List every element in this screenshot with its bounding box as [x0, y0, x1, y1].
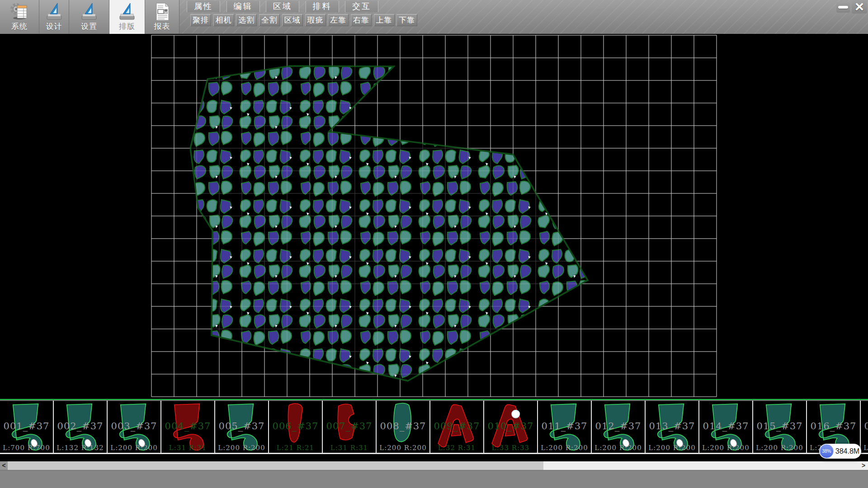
thumbnail-id: 007_#37 [323, 421, 376, 432]
thumbnail-lr-count: L:200 R:200 [646, 444, 698, 452]
thumbnail-id: 015_#37 [753, 421, 806, 432]
thumbnail-id: 011_#37 [538, 421, 591, 432]
tool-button-1[interactable]: 聚排 [190, 14, 211, 26]
thumbnail-lr-count: L:200 R:200 [538, 444, 591, 452]
thumbnail-id: 016_#37 [807, 421, 860, 432]
nav-module-label: 报表 [154, 22, 170, 31]
thumbnail-id: 014_#37 [699, 421, 752, 432]
thumbnail-id: 017_#37 [861, 421, 868, 432]
nav-module-4[interactable]: 排版 [109, 0, 145, 34]
thumbnail-lr-count: L:200 R:200 [592, 444, 645, 452]
status-bar [0, 470, 868, 488]
pattern-thumbnail-4[interactable]: 004_#37L:31 R:31 [161, 401, 214, 453]
nav-module-3[interactable]: 设置 [69, 0, 109, 34]
pattern-thumbnail-3[interactable]: 003_#37L:200 R:200 [108, 401, 160, 453]
nav-module-label: 设置 [81, 22, 97, 31]
menu-tab-2[interactable]: 编辑 [226, 1, 260, 12]
tool-button-10[interactable]: 下靠 [396, 14, 417, 26]
thumbnail-lr-count: L:31 R:31 [161, 444, 214, 452]
tool-button-7[interactable]: 左靠 [328, 14, 349, 26]
memory-value: 384.8M [834, 447, 861, 455]
tool-button-8[interactable]: 右靠 [351, 14, 372, 26]
menu-tab-5[interactable]: 交互 [345, 1, 378, 12]
scroll-left-button[interactable]: < [0, 461, 8, 470]
thumbnail-lr-count: L:200 R:200 [377, 444, 429, 452]
thumbnail-lr-count: L:33 R:33 [484, 444, 537, 452]
tool-button-9[interactable]: 上靠 [374, 14, 395, 26]
set-square-icon [44, 1, 64, 22]
pattern-thumbnail-13[interactable]: 013_#37L:200 R:200 [646, 401, 698, 453]
minimize-button[interactable] [836, 2, 850, 13]
menu-tab-1[interactable]: 属性 [187, 1, 220, 12]
tool-button-4[interactable]: 全割 [259, 14, 280, 26]
nav-module-label: 设计 [46, 22, 62, 31]
pattern-thumbnail-14[interactable]: 014_#37L:200 R:200 [699, 401, 752, 453]
tool-button-6[interactable]: 瑕疵 [305, 14, 326, 26]
horizontal-scrollbar[interactable]: < > [0, 461, 868, 470]
pattern-thumbnail-1[interactable]: 001_#37L:700 R:700 [0, 401, 53, 453]
thumbnail-id: 004_#37 [161, 421, 214, 432]
set-square-icon [79, 1, 99, 22]
tool-button-3[interactable]: 选割 [236, 14, 257, 26]
pattern-thumbnail-8[interactable]: 008_#37L:200 R:200 [377, 401, 429, 453]
nav-module-label: 系统 [11, 22, 28, 31]
scroll-right-button[interactable]: > [860, 461, 867, 470]
thumbnail-lr-count: L:21 R:21 [269, 444, 322, 452]
thumbnail-lr-count: L:132 R:132 [54, 444, 107, 452]
nav-module-5[interactable]: 报表 [145, 0, 179, 34]
pattern-thumbnail-10[interactable]: 010_#37L:33 R:33 [484, 401, 537, 453]
close-button[interactable]: × [852, 0, 867, 14]
app-window: 系统设计设置排版报表 属性编辑区域排料交互 聚排相机选割全割区域瑕疵左靠右靠上靠… [0, 0, 868, 488]
thumbnail-lr-count: L:200 R:200 [861, 444, 868, 452]
menu-tab-3[interactable]: 区域 [266, 1, 299, 12]
nav-module-label: 排版 [119, 22, 135, 31]
pattern-thumbnail-7[interactable]: 007_#37L:31 R:31 [323, 401, 376, 453]
pattern-thumbnail-12[interactable]: 012_#37L:200 R:200 [592, 401, 645, 453]
canvas-svg [0, 34, 868, 399]
thumbnail-lr-count: L:200 R:200 [215, 444, 268, 452]
thumbnail-id: 013_#37 [646, 421, 698, 432]
thumbnail-lr-count: L:32 R:31 [430, 444, 483, 452]
module-nav: 系统设计设置排版报表 [0, 0, 179, 34]
thumbnail-id: 010_#37 [484, 421, 537, 432]
thumbnail-id: 001_#37 [0, 421, 53, 432]
thumbnail-lr-count: L:200 R:200 [108, 444, 160, 452]
nested-hide-shape[interactable] [190, 66, 588, 381]
pattern-filmstrip: 001_#37L:700 R:700002_#37L:132 R:132003_… [0, 400, 868, 454]
scrollbar-thumb[interactable] [8, 461, 543, 470]
thumbnail-id: 005_#37 [215, 421, 268, 432]
pattern-thumbnail-17[interactable]: 017_#37L:200 R:200 [861, 401, 868, 453]
progress-circle: 38% [820, 444, 834, 458]
nav-module-2[interactable]: 设计 [39, 0, 69, 34]
thumbnail-id: 008_#37 [377, 421, 429, 432]
tool-button-5[interactable]: 区域 [282, 14, 303, 26]
thumbnail-lr-count: L:31 R:31 [323, 444, 376, 452]
thumbnail-lr-count: L:700 R:700 [0, 444, 53, 452]
pattern-thumbnail-9[interactable]: 009_#37L:32 R:31 [430, 401, 483, 453]
thumbnail-id: 009_#37 [430, 421, 483, 432]
memory-widget[interactable]: 38% 384.8M [819, 444, 861, 459]
nav-module-1[interactable]: 系统 [0, 0, 39, 34]
report-icon [152, 1, 172, 22]
tool-button-2[interactable]: 相机 [213, 14, 234, 26]
nesting-canvas[interactable] [0, 34, 868, 399]
top-toolbar: 系统设计设置排版报表 属性编辑区域排料交互 聚排相机选割全割区域瑕疵左靠右靠上靠… [0, 0, 868, 34]
thumbnail-lr-count: L:200 R:200 [699, 444, 752, 452]
pattern-thumbnail-6[interactable]: 006_#37L:21 R:21 [269, 401, 322, 453]
filmstrip-divider [0, 399, 868, 400]
thumbnail-id: 002_#37 [54, 421, 107, 432]
thumbnail-id: 006_#37 [269, 421, 322, 432]
minimize-icon [838, 6, 848, 9]
menu-tab-4[interactable]: 排料 [306, 1, 339, 12]
pattern-thumbnail-2[interactable]: 002_#37L:132 R:132 [54, 401, 107, 453]
pattern-thumbnail-15[interactable]: 015_#37L:200 R:200 [753, 401, 806, 453]
piece-white-hole [512, 410, 520, 418]
pattern-thumbnail-5[interactable]: 005_#37L:200 R:200 [215, 401, 268, 453]
thumbnail-lr-count: L:200 R:200 [753, 444, 806, 452]
thumbnail-id: 003_#37 [108, 421, 160, 432]
gear-table-icon [9, 1, 29, 22]
thumbnail-id: 012_#37 [592, 421, 645, 432]
pattern-thumbnail-11[interactable]: 011_#37L:200 R:200 [538, 401, 591, 453]
set-square-icon [117, 1, 137, 22]
